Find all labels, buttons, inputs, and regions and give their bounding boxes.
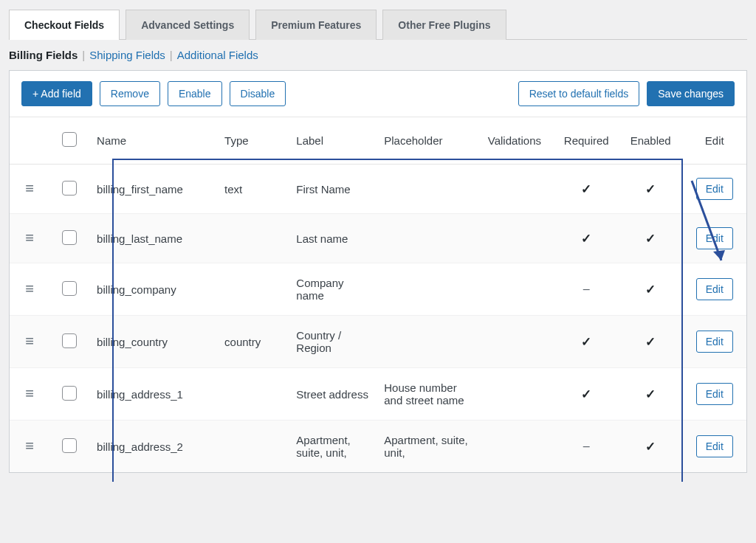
fields-panel: + Add field Remove Enable Disable Reset … <box>9 70 747 473</box>
reset-button[interactable]: Reset to default fields <box>518 81 640 106</box>
subnav-current: Billing Fields <box>9 49 78 61</box>
cell-required <box>554 316 619 368</box>
toolbar: + Add field Remove Enable Disable Reset … <box>10 71 746 117</box>
cell-type: country <box>217 316 289 368</box>
edit-button[interactable]: Edit <box>696 278 733 300</box>
add-field-button[interactable]: + Add field <box>21 81 92 106</box>
remove-button[interactable]: Remove <box>100 81 160 106</box>
cell-required <box>554 421 619 473</box>
row-checkbox[interactable] <box>62 281 77 296</box>
check-icon <box>581 336 591 348</box>
subnav-link-shipping[interactable]: Shipping Fields <box>89 49 165 61</box>
cell-enabled <box>619 316 682 368</box>
cell-validations <box>481 263 554 316</box>
cell-validations <box>481 368 554 421</box>
disable-button[interactable]: Disable <box>230 81 286 106</box>
cell-validations <box>481 165 554 214</box>
cell-enabled <box>619 165 682 214</box>
col-header-edit: Edit <box>682 117 746 165</box>
save-button[interactable]: Save changes <box>647 81 735 106</box>
cell-required <box>554 263 619 316</box>
cell-validations <box>481 316 554 368</box>
row-checkbox[interactable] <box>62 181 77 196</box>
check-icon <box>645 232 656 245</box>
cell-name: billing_last_name <box>89 214 217 263</box>
row-checkbox[interactable] <box>62 333 77 348</box>
cell-required <box>554 214 619 263</box>
select-all-checkbox[interactable] <box>62 132 77 147</box>
cell-required <box>554 368 619 421</box>
main-tabs: Checkout Fields Advanced Settings Premiu… <box>9 9 747 40</box>
edit-button[interactable]: Edit <box>696 178 733 200</box>
cell-type: text <box>217 165 289 214</box>
tab-checkout-fields[interactable]: Checkout Fields <box>9 10 120 40</box>
table-row: billing_address_1Street addressHouse num… <box>10 368 746 421</box>
edit-button[interactable]: Edit <box>696 331 733 353</box>
tab-other-plugins[interactable]: Other Free Plugins <box>382 10 506 40</box>
cell-label: Street address <box>289 368 377 421</box>
cell-label: Last name <box>289 214 377 263</box>
check-icon <box>645 336 656 348</box>
row-checkbox[interactable] <box>62 438 77 453</box>
check-icon <box>645 388 656 401</box>
cell-name: billing_country <box>89 316 217 368</box>
cell-required <box>554 165 619 214</box>
cell-placeholder <box>377 316 481 368</box>
col-header-name: Name <box>89 117 217 165</box>
drag-handle-icon[interactable] <box>23 232 36 243</box>
tab-premium-features[interactable]: Premium Features <box>255 10 377 40</box>
drag-handle-icon[interactable] <box>23 440 36 451</box>
cell-label: Country / Region <box>289 316 377 368</box>
row-checkbox[interactable] <box>62 230 77 245</box>
col-header-label: Label <box>289 117 377 165</box>
cell-label: Company name <box>289 263 377 316</box>
edit-button[interactable]: Edit <box>696 383 733 405</box>
cell-validations <box>481 214 554 263</box>
cell-placeholder <box>377 165 481 214</box>
drag-handle-icon[interactable] <box>23 388 36 398</box>
enable-button[interactable]: Enable <box>168 81 222 106</box>
table-row: billing_last_nameLast nameEdit <box>10 214 746 263</box>
check-icon <box>581 388 591 401</box>
tab-advanced-settings[interactable]: Advanced Settings <box>126 10 250 40</box>
cell-enabled <box>619 421 682 473</box>
row-checkbox[interactable] <box>62 386 77 401</box>
drag-handle-icon[interactable] <box>23 183 36 193</box>
col-header-placeholder: Placeholder <box>377 117 481 165</box>
fields-table: Name Type Label Placeholder Validations … <box>10 117 746 472</box>
cell-label: Apartment, suite, unit, <box>289 421 377 473</box>
separator: | <box>170 49 173 61</box>
cell-name: billing_company <box>89 263 217 316</box>
col-header-type: Type <box>217 117 289 165</box>
drag-handle-icon[interactable] <box>23 283 36 294</box>
dash-icon <box>583 440 590 452</box>
table-row: billing_companyCompany nameEdit <box>10 263 746 316</box>
table-row: billing_address_2Apartment, suite, unit,… <box>10 421 746 473</box>
col-header-enabled: Enabled <box>619 117 682 165</box>
cell-type <box>217 421 289 473</box>
cell-name: billing_address_2 <box>89 421 217 473</box>
cell-validations <box>481 421 554 473</box>
edit-button[interactable]: Edit <box>696 227 733 249</box>
cell-name: billing_first_name <box>89 165 217 214</box>
col-header-required: Required <box>554 117 619 165</box>
check-icon <box>645 440 656 453</box>
check-icon <box>645 283 656 296</box>
col-header-validations: Validations <box>481 117 554 165</box>
cell-enabled <box>619 263 682 316</box>
edit-button[interactable]: Edit <box>696 435 733 457</box>
cell-placeholder: Apartment, suite, unit, <box>377 421 481 473</box>
drag-handle-icon[interactable] <box>23 336 36 346</box>
check-icon <box>645 183 656 196</box>
subnav-link-additional[interactable]: Additional Fields <box>177 49 258 61</box>
check-icon <box>581 183 591 196</box>
separator: | <box>82 49 85 61</box>
cell-label: First Name <box>289 165 377 214</box>
cell-enabled <box>619 368 682 421</box>
cell-placeholder: House number and street name <box>377 368 481 421</box>
check-icon <box>581 232 591 245</box>
cell-type <box>217 368 289 421</box>
cell-type <box>217 214 289 263</box>
cell-name: billing_address_1 <box>89 368 217 421</box>
table-row: billing_first_nametextFirst NameEdit <box>10 165 746 214</box>
